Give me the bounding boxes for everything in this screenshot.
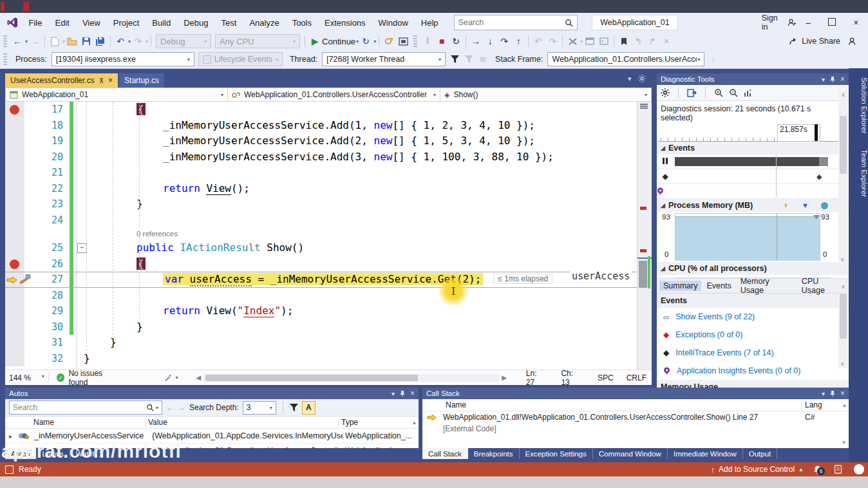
thread-dropdown[interactable]: [7268] Worker Thread▾ [322,52,446,66]
continue-button[interactable]: Continue [322,37,355,46]
new-file-icon[interactable] [48,35,61,48]
background-tasks-icon[interactable] [5,465,14,474]
pin-icon[interactable] [830,76,835,82]
navigate-back-icon[interactable]: ← [11,35,24,48]
breakpoint-gutter[interactable] [5,351,24,367]
breakpoints-window-icon[interactable] [566,35,579,48]
redo-icon[interactable]: ↷ [131,35,144,48]
feedback-icon[interactable] [846,35,859,48]
process-dropdown[interactable]: [19304] iisexpress.exe▾ [52,52,194,66]
restart-app-icon[interactable]: ↻ [359,35,372,48]
issues-status[interactable]: No issues found [68,369,122,387]
open-folder-icon[interactable] [66,35,79,48]
event-link[interactable]: ◆IntelliTrace Events (7 of 14) [657,344,849,362]
close-icon[interactable]: × [840,75,845,84]
bottom-tab-immediate-window[interactable]: Immediate Window [668,448,743,459]
window-dropdown-icon[interactable]: ▾ [822,390,825,397]
menu-build[interactable]: Build [146,18,177,28]
chevron-down-icon[interactable]: ▾ [628,75,632,83]
scrollbar-thumb[interactable] [205,375,418,381]
timeline-cursor[interactable] [815,124,818,141]
callstack-row[interactable]: [External Code] [422,423,849,435]
bottom-tab-breakpoints[interactable]: Breakpoints [468,448,520,459]
column-name[interactable]: Name [422,400,802,409]
side-tab-team-explorer[interactable]: Team Explorer [849,143,868,203]
breakpoint-gutter[interactable] [5,181,24,197]
memory-section-header[interactable]: ◢Process Memory (MB) ▼ ▼ [657,199,849,212]
code-text[interactable]: } [73,351,652,367]
hot-reload-icon[interactable] [382,35,395,48]
step-into-icon[interactable]: ↓ [484,35,496,48]
intellitrace-lane[interactable]: ◆ ◆ [657,169,849,184]
save-all-icon[interactable] [94,35,107,48]
undo-icon[interactable]: ↶ [114,35,127,48]
bottom-tab-output[interactable]: Output [743,448,778,459]
menu-file[interactable]: File [23,18,49,28]
event-link[interactable]: ∞Show Events (9 of 22) [657,308,849,326]
breakpoint-gutter[interactable] [5,240,24,256]
bottom-tab-exception-settings[interactable]: Exception Settings [520,448,593,459]
column-type[interactable]: Type [339,418,410,427]
close-icon[interactable]: × [108,76,113,85]
menu-extensions[interactable]: Extensions [318,18,372,28]
tab-UserAccessController.cs[interactable]: UserAccessController.cs⊼× [5,73,118,88]
bottom-tab-command-window[interactable]: Command Window [593,448,668,459]
editor-vertical-scrollbar[interactable] [637,102,652,370]
code-text[interactable]: return View("Index"); [73,303,652,319]
show-next-statement-icon[interactable]: → [469,35,482,48]
eol-indicator[interactable]: CRLF [627,373,646,382]
menu-debug[interactable]: Debug [177,18,214,28]
search-icon[interactable] [565,19,573,27]
code-text[interactable]: } [73,196,652,212]
editor-horizontal-scrollbar[interactable] [203,374,499,382]
project-dropdown[interactable]: WebApplication_01▾ [6,88,228,101]
code-text[interactable]: { [73,256,652,272]
intellitrace-event-diamond[interactable]: ◆ [816,173,822,181]
step-out-icon[interactable]: ↑ [512,35,525,48]
hscroll-left-arrow[interactable]: ◀ [196,374,201,381]
breakpoint-gutter[interactable] [5,165,24,181]
breakpoint-gutter[interactable] [5,335,24,351]
diag-tab-Memory Usage[interactable]: Memory Usage [737,276,797,296]
bottom-tab-call-stack[interactable]: Call Stack [422,448,468,459]
data-tip[interactable]: userAccess [570,270,632,282]
pin-icon[interactable] [830,390,835,397]
code-text[interactable]: _inMemoryUserAccessService.Add(3, new[] … [73,149,652,165]
zoom-dropdown[interactable]: 144 %▾ [5,373,49,382]
window-dropdown-icon[interactable]: ▾ [822,76,825,83]
gear-icon[interactable] [638,75,646,83]
code-text[interactable]: } [73,335,652,351]
column-value[interactable]: Value [146,418,339,427]
code-text[interactable]: _inMemoryUserAccessService.Add(2, new[] … [73,133,652,149]
code-text[interactable]: −public IActionResult Show() [73,240,652,256]
column-lang[interactable]: Lang [802,400,840,409]
spaces-indicator[interactable]: SPC [598,373,614,382]
settings-gear-icon[interactable] [661,88,670,97]
break-all-icon[interactable]: ‖ [421,35,434,48]
restart-debug-icon[interactable]: ↻ [449,35,462,48]
menu-analyze[interactable]: Analyze [243,18,285,28]
breakpoint-icon[interactable] [10,105,19,115]
preview-window-icon[interactable] [397,35,410,48]
immediate-window-icon[interactable] [598,35,610,48]
diagnostics-scrollbar-upper[interactable]: ∧∨ [838,90,848,264]
search-input[interactable]: Search [454,15,578,30]
close-icon[interactable]: × [840,389,845,398]
filter-icon[interactable] [290,404,298,411]
breakpoint-gutter[interactable] [5,319,24,335]
breakpoint-gutter[interactable] [5,133,24,149]
menu-edit[interactable]: Edit [48,18,75,28]
diagnostic-tools-titlebar[interactable]: Diagnostic Tools ▾× [657,73,849,85]
code-cleanup-icon[interactable] [161,371,174,384]
close-button[interactable]: × [844,17,868,28]
stack-frame-dropdown[interactable]: WebApplication_01.Controllers.UserAcces▾ [547,52,704,66]
feedback-smiley-icon[interactable] [834,465,842,474]
live-share-button[interactable]: Live Share [802,37,840,46]
live-share-icon[interactable] [787,35,800,48]
toolbar-grip[interactable] [3,53,7,65]
code-text[interactable]: _inMemoryUserAccessService.Add(1, new[] … [73,118,652,134]
cpu-section-header[interactable]: ◢CPU (% of all processors) [657,262,849,275]
code-text[interactable]: var userAccess = _inMemoryUserAccessServ… [73,272,652,288]
add-to-source-control-button[interactable]: Add to Source Control [719,465,795,474]
maximize-button[interactable] [820,17,844,28]
